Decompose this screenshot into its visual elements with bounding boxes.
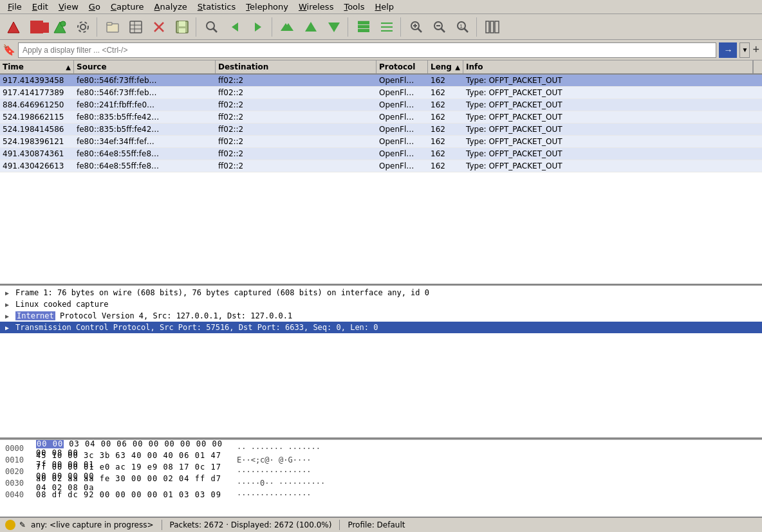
cell-time: 524.198662115: [0, 111, 74, 123]
menu-help[interactable]: Help: [369, 1, 399, 13]
open-recent-button[interactable]: [125, 16, 147, 38]
detail-row[interactable]: ▶ Frame 1: 76 bytes on wire (608 bits), …: [0, 287, 762, 298]
table-row[interactable]: 917.414177389 fe80::546f:73ff:feb… ff02:…: [0, 87, 762, 99]
hex-pane: 0000 00 00 03 04 00 06 00 00 00 00 00 00…: [0, 439, 762, 517]
capture-status-text: any: <live capture in progress>: [31, 520, 153, 529]
column-header-destination[interactable]: Destination: [216, 60, 376, 73]
cell-destination: ff02::2: [216, 75, 376, 86]
hex-ascii: ·····0·· ··········: [237, 479, 325, 488]
detail-text: Linux cooked capture: [15, 300, 109, 309]
toolbar-separator-3: [272, 17, 274, 37]
table-row[interactable]: 917.414393458 fe80::546f:73ff:feb… ff02:…: [0, 75, 762, 87]
svg-rect-8: [130, 21, 142, 33]
options-button[interactable]: [72, 16, 94, 38]
cell-info: Type: OFPT_PACKET_OUT: [463, 111, 762, 123]
menu-go[interactable]: Go: [84, 1, 106, 13]
column-header-time[interactable]: Time ▲: [0, 60, 74, 73]
table-row[interactable]: 491.430426613 fe80::64e8:55ff:fe8… ff02:…: [0, 160, 762, 172]
menu-view[interactable]: View: [53, 1, 84, 13]
edit-capture-icon[interactable]: ✎: [19, 520, 26, 529]
filter-input[interactable]: [18, 42, 716, 58]
save-button[interactable]: [171, 16, 193, 38]
next-button[interactable]: [247, 16, 269, 38]
menu-file[interactable]: File: [3, 1, 27, 13]
menu-capture[interactable]: Capture: [106, 1, 149, 13]
detail-pane: ▶ Frame 1: 76 bytes on wire (608 bits), …: [0, 286, 762, 439]
scroll-up-button[interactable]: [300, 16, 322, 38]
cell-destination: ff02::2: [216, 99, 376, 111]
column-header-length[interactable]: Leng ▲: [428, 60, 463, 73]
table-row[interactable]: 491.430874361 fe80::64e8:55ff:fe8… ff02:…: [0, 148, 762, 160]
detail-row[interactable]: ▶ Transmission Control Protocol, Src Por…: [0, 322, 762, 333]
svg-rect-15: [179, 21, 185, 26]
prev-button[interactable]: [224, 16, 246, 38]
svg-marker-19: [232, 23, 238, 32]
scrollbar-spacer: [753, 60, 762, 73]
jump-first-button[interactable]: [277, 16, 299, 38]
column-header-source[interactable]: Source: [74, 60, 216, 73]
svg-marker-24: [328, 23, 340, 32]
detail-row[interactable]: ▶ Internet Protocol Version 4, Src: 127.…: [0, 310, 762, 322]
menu-wireless[interactable]: Wireless: [293, 1, 339, 13]
close-file-button[interactable]: [148, 16, 170, 38]
restart-capture-button[interactable]: [49, 16, 71, 38]
resize-columns-button[interactable]: [481, 16, 503, 38]
packet-list: Time ▲ Source Destination Protocol Leng …: [0, 60, 762, 286]
cell-source: fe80::835:b5ff:fe42…: [74, 111, 216, 123]
open-button[interactable]: [102, 16, 124, 38]
filterbar: 🔖 → ▼ +: [0, 40, 762, 60]
filter-apply-button[interactable]: →: [719, 42, 737, 58]
cell-destination: ff02::2: [216, 111, 376, 123]
toolbar-separator-5: [400, 17, 403, 37]
cell-length: 162: [428, 99, 463, 111]
cell-time: 917.414393458: [0, 75, 74, 86]
cell-info: Type: OFPT_PACKET_OUT: [463, 99, 762, 111]
column-header-protocol[interactable]: Protocol: [376, 60, 428, 73]
svg-point-5: [78, 22, 88, 32]
table-row[interactable]: 884.646961250 fe80::241f:fbff:fe0… ff02:…: [0, 99, 762, 111]
zoom-normal-button[interactable]: 1: [452, 16, 474, 38]
detail-row[interactable]: ▶ Linux cooked capture: [0, 298, 762, 310]
svg-line-33: [418, 28, 422, 32]
menu-tools[interactable]: Tools: [339, 1, 369, 13]
menu-statistics[interactable]: Statistics: [192, 1, 241, 13]
svg-line-18: [213, 28, 217, 32]
cell-info: Type: OFPT_PACKET_OUT: [463, 87, 762, 98]
svg-rect-1: [39, 23, 49, 33]
autoscroll-button[interactable]: [376, 16, 398, 38]
svg-marker-23: [305, 22, 317, 32]
detail-expand-arrow[interactable]: ▶: [5, 301, 15, 308]
cell-info: Type: OFPT_PACKET_OUT: [463, 75, 762, 86]
find-button[interactable]: [201, 16, 223, 38]
detail-expand-arrow[interactable]: ▶: [5, 313, 15, 320]
filter-add-button[interactable]: +: [752, 43, 759, 57]
detail-text: Internet Protocol Version 4, Src: 127.0.…: [15, 311, 292, 320]
bookmark-icon: 🔖: [3, 44, 15, 56]
detail-expand-arrow[interactable]: ▶: [5, 324, 15, 331]
menu-analyze[interactable]: Analyze: [149, 1, 192, 13]
start-capture-button[interactable]: [3, 16, 24, 38]
cell-source: fe80::835:b5ff:fe42…: [74, 124, 216, 135]
svg-line-37: [441, 28, 445, 32]
hex-offset: 0040: [5, 490, 28, 499]
hex-offset: 0000: [5, 444, 28, 453]
table-row[interactable]: 524.198414586 fe80::835:b5ff:fe42… ff02:…: [0, 124, 762, 136]
svg-marker-0: [8, 22, 19, 33]
table-row[interactable]: 524.198396121 fe80::34ef:34ff:fef… ff02:…: [0, 136, 762, 148]
cell-length: 162: [428, 148, 463, 160]
cell-time: 884.646961250: [0, 99, 74, 111]
detail-expand-arrow[interactable]: ▶: [5, 289, 15, 297]
table-row[interactable]: 524.198662115 fe80::835:b5ff:fe42… ff02:…: [0, 111, 762, 124]
zoom-out-button[interactable]: [429, 16, 451, 38]
stop-capture-button[interactable]: [26, 16, 48, 38]
menu-telephony[interactable]: Telephony: [241, 1, 293, 13]
scroll-down-button[interactable]: [323, 16, 345, 38]
capture-status-indicator: [5, 520, 15, 530]
menu-edit[interactable]: Edit: [27, 1, 53, 13]
main-content: Time ▲ Source Destination Protocol Leng …: [0, 60, 762, 517]
zoom-in-button[interactable]: [405, 16, 427, 38]
colorize-button[interactable]: [353, 16, 375, 38]
cell-time: 917.414177389: [0, 87, 74, 98]
filter-dropdown-button[interactable]: ▼: [739, 42, 750, 58]
column-header-info[interactable]: Info: [463, 60, 753, 73]
